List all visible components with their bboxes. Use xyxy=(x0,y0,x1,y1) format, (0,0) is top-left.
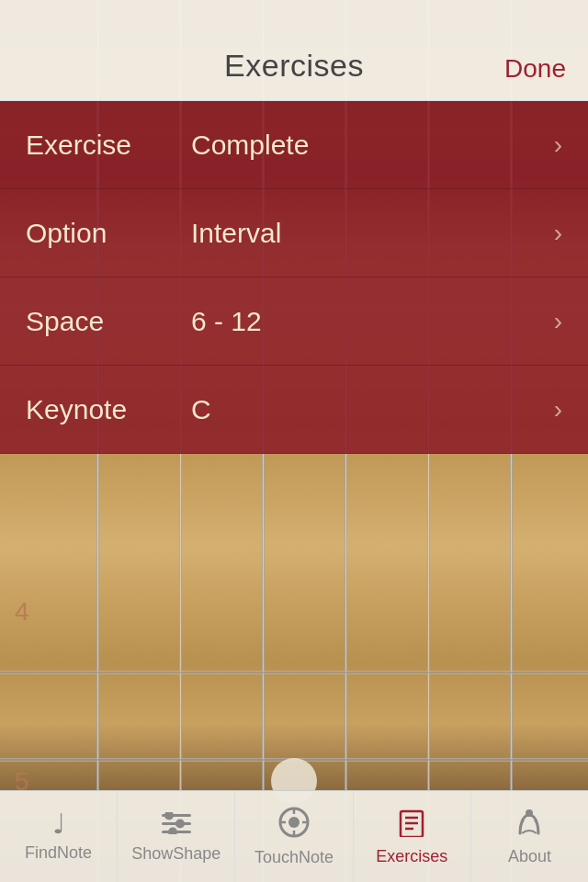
tab-showshape[interactable]: ShowShape xyxy=(118,791,235,882)
showshape-icon xyxy=(162,809,191,839)
svg-point-3 xyxy=(175,820,185,829)
space-label: Space xyxy=(26,306,191,337)
exercise-label: Exercise xyxy=(26,130,191,161)
option-label: Option xyxy=(26,218,191,249)
exercises-icon xyxy=(397,808,426,842)
keynote-value: C xyxy=(191,394,554,425)
keynote-label: Keynote xyxy=(26,394,191,425)
tab-touchnote[interactable]: TouchNote xyxy=(235,791,353,882)
settings-row-keynote[interactable]: Keynote C › xyxy=(0,366,588,454)
exercises-label: Exercises xyxy=(376,847,447,866)
tab-about[interactable]: About xyxy=(471,791,588,882)
about-label: About xyxy=(508,847,551,866)
svg-point-1 xyxy=(164,812,174,820)
fret-line-1 xyxy=(0,671,588,674)
about-icon xyxy=(514,808,544,842)
touchnote-icon xyxy=(278,807,310,842)
findnote-label: FindNote xyxy=(25,843,92,863)
exercise-chevron: › xyxy=(554,130,562,160)
settings-row-exercise[interactable]: Exercise Complete › xyxy=(0,101,588,189)
keynote-chevron: › xyxy=(554,395,562,424)
space-value: 6 - 12 xyxy=(191,306,554,337)
tab-exercises[interactable]: Exercises xyxy=(354,791,471,882)
svg-point-16 xyxy=(526,809,533,817)
touchnote-label: TouchNote xyxy=(254,848,334,867)
settings-list: Exercise Complete › Option Interval › Sp… xyxy=(0,101,588,454)
exercise-value: Complete xyxy=(191,130,554,161)
findnote-icon: ♩ xyxy=(52,810,65,838)
done-button[interactable]: Done xyxy=(504,54,566,84)
option-value: Interval xyxy=(191,218,554,249)
header: Exercises Done xyxy=(0,0,588,101)
settings-row-option[interactable]: Option Interval › xyxy=(0,189,588,277)
showshape-label: ShowShape xyxy=(131,844,220,864)
space-chevron: › xyxy=(554,307,562,336)
settings-row-space[interactable]: Space 6 - 12 › xyxy=(0,277,588,366)
page-title: Exercises xyxy=(224,48,364,84)
fret-number-4: 4 xyxy=(15,597,29,627)
svg-point-7 xyxy=(288,817,300,828)
option-chevron: › xyxy=(554,219,562,248)
tab-findnote[interactable]: ♩ FindNote xyxy=(0,791,118,882)
tab-bar: ♩ FindNote ShowShape xyxy=(0,790,588,882)
svg-point-5 xyxy=(168,828,177,835)
